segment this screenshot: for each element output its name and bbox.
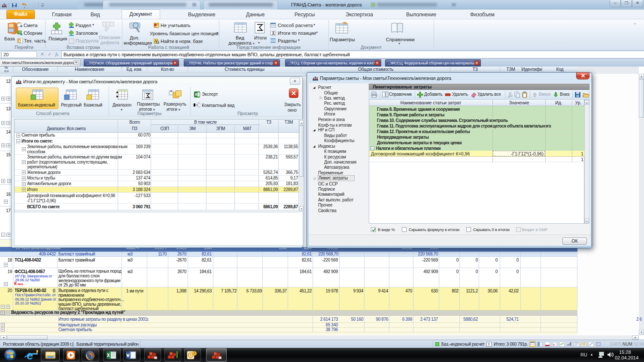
svg-text:x: x <box>553 343 555 347</box>
